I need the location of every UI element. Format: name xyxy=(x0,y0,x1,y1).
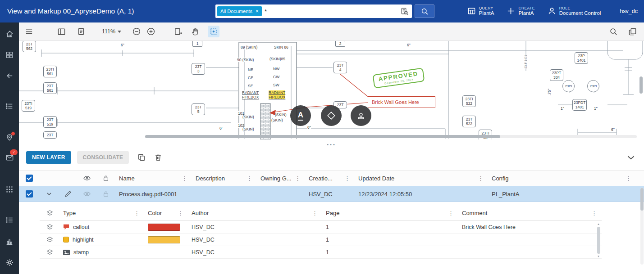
collapse-row-button[interactable] xyxy=(40,190,59,198)
sidebar-pin-button[interactable] xyxy=(0,128,19,146)
delete-button[interactable] xyxy=(154,153,162,162)
row-checkbox[interactable] xyxy=(26,190,33,198)
text-annotation-tool-button[interactable]: A xyxy=(290,105,311,126)
kebab-icon[interactable] xyxy=(448,210,454,216)
kebab-icon[interactable] xyxy=(182,175,187,182)
viewer-search-button[interactable] xyxy=(609,27,618,36)
copy-button[interactable] xyxy=(137,153,146,162)
highlight-icon xyxy=(63,237,69,243)
markup-author: HSV_DC xyxy=(188,249,322,256)
visibility-column-icon[interactable] xyxy=(78,174,96,182)
scroll-up-icon[interactable]: ▲ xyxy=(597,222,600,226)
layer-creation: HSV_DC xyxy=(305,191,355,198)
callout-annotation[interactable]: Brick Wall Goes Here xyxy=(368,96,435,108)
layer-row[interactable]: Process.dwg.pdf-0001 HSV_DC 12/23/2024 1… xyxy=(19,186,644,202)
layer-name: Process.dwg.pdf-0001 xyxy=(115,191,192,198)
export-page-button[interactable] xyxy=(174,27,183,36)
markup-type-label: highlight xyxy=(73,237,94,243)
layer-updated-date: 12/23/2024 12:05:50 xyxy=(355,191,488,198)
kebab-icon[interactable] xyxy=(591,210,597,216)
marquee-select-button[interactable] xyxy=(208,26,219,37)
zoom-control[interactable]: 111% xyxy=(102,28,121,35)
username[interactable]: hsv_dc xyxy=(620,8,638,14)
stamp-icon xyxy=(356,111,366,121)
stamp-tool-button[interactable] xyxy=(351,105,371,126)
column-config: Config xyxy=(492,175,509,182)
layers-icon xyxy=(46,210,53,216)
kebab-icon[interactable] xyxy=(478,175,484,182)
scroll-down-icon[interactable]: ▼ xyxy=(597,255,600,258)
advanced-search-icon[interactable] xyxy=(397,7,412,16)
sidebar-back-button[interactable] xyxy=(0,67,19,85)
create-menu[interactable]: CREATE PlantA xyxy=(507,6,534,17)
kebab-icon[interactable] xyxy=(178,210,183,216)
markups-scrollbar[interactable]: ▲ ▼ xyxy=(596,222,601,258)
search-icon xyxy=(609,27,618,36)
scroll-thumb[interactable] xyxy=(640,188,644,211)
search-bar: All Documents × xyxy=(215,4,412,18)
sidebar-home-button[interactable] xyxy=(0,25,19,43)
sidebar-apps-button[interactable] xyxy=(0,180,19,198)
page-preview-button[interactable] xyxy=(77,27,86,36)
consolidate-button[interactable]: CONSOLIDATE xyxy=(77,151,129,164)
drawing-text: 1" xyxy=(561,106,564,111)
sidebar-mail-button[interactable]: 7 xyxy=(0,148,19,166)
edit-layer-button[interactable] xyxy=(59,190,78,198)
kebab-icon[interactable] xyxy=(295,175,301,182)
chip-close-icon[interactable]: × xyxy=(256,8,259,14)
page-title: View and Markup 00_ApryseDemo (A, 1) xyxy=(7,0,134,22)
role-menu[interactable]: ROLE Document Control xyxy=(548,6,601,17)
panel-vertical-scrollbar[interactable] xyxy=(640,188,644,265)
viewer-vertical-scrollbar[interactable] xyxy=(639,76,643,94)
sidebar-settings-button[interactable] xyxy=(0,253,19,271)
sidebar-dashboard-button[interactable] xyxy=(0,46,19,64)
menu-button[interactable] xyxy=(24,27,33,36)
kebab-icon[interactable] xyxy=(247,175,252,182)
person-icon xyxy=(548,7,556,15)
markup-row[interactable]: stampHSV_DC1 xyxy=(40,246,602,259)
drawing-text: (SKIN)85 xyxy=(269,57,285,61)
markup-author: HSV_DC xyxy=(188,237,322,243)
side-panel-toggle[interactable] xyxy=(57,27,66,36)
lock-column-icon[interactable] xyxy=(96,175,115,182)
drawing-text: 6" xyxy=(407,43,411,47)
search-button[interactable] xyxy=(415,4,434,18)
pan-tool-button[interactable] xyxy=(191,27,200,36)
panel-toolbar: NEW LAYER CONSOLIDATE xyxy=(19,148,644,166)
scroll-thumb[interactable] xyxy=(597,227,600,254)
column-creation: Creatio... xyxy=(309,175,333,182)
zoom-out-button[interactable] xyxy=(132,27,141,36)
zoom-in-button[interactable] xyxy=(146,27,155,36)
select-all-checkbox[interactable] xyxy=(26,175,33,182)
drawing-text: 6" xyxy=(307,125,311,130)
plus-icon xyxy=(507,7,515,15)
kebab-icon[interactable] xyxy=(626,175,631,182)
scroll-thumb[interactable] xyxy=(145,135,500,138)
markup-page: 1 xyxy=(322,237,458,243)
layers-table-header: Name Description Owning G... Creatio... … xyxy=(19,170,644,186)
drawing-viewer[interactable]: 23T56223TI56123T56123TI51923T51923T23T32… xyxy=(19,40,644,139)
markup-row[interactable]: highlightHSV_DC1 xyxy=(40,234,602,246)
collapse-panel-button[interactable] xyxy=(626,153,636,162)
search-input[interactable] xyxy=(262,8,397,15)
markups-table: Type Color Author Page Comment calloutHS… xyxy=(40,205,602,259)
drawing-text: 23-F-1401 xyxy=(524,55,528,68)
kebab-icon[interactable] xyxy=(344,175,350,182)
kebab-icon[interactable] xyxy=(312,210,318,216)
sidebar-analytics-button[interactable] xyxy=(0,233,19,251)
toggle-lock-button[interactable] xyxy=(96,190,115,198)
query-menu[interactable]: QUERY PlantA xyxy=(467,6,494,17)
sidebar-document-list-button[interactable] xyxy=(0,97,19,115)
markup-page: 1 xyxy=(322,249,458,256)
shape-tool-button[interactable] xyxy=(321,105,342,126)
stamp-icon xyxy=(63,250,70,255)
kebab-icon[interactable] xyxy=(134,210,140,216)
markup-row[interactable]: calloutHSV_DC1Brick Wall Goes Here xyxy=(40,221,602,234)
toggle-visibility-button[interactable] xyxy=(78,190,96,198)
sidebar-ordered-list-button[interactable] xyxy=(0,211,19,229)
viewer-horizontal-scrollbar[interactable] xyxy=(145,135,637,138)
new-layer-button[interactable]: NEW LAYER xyxy=(26,151,71,164)
search-scope-chip[interactable]: All Documents × xyxy=(217,6,262,16)
pages-button[interactable] xyxy=(628,27,637,36)
panel-resize-handle[interactable] xyxy=(19,139,644,148)
